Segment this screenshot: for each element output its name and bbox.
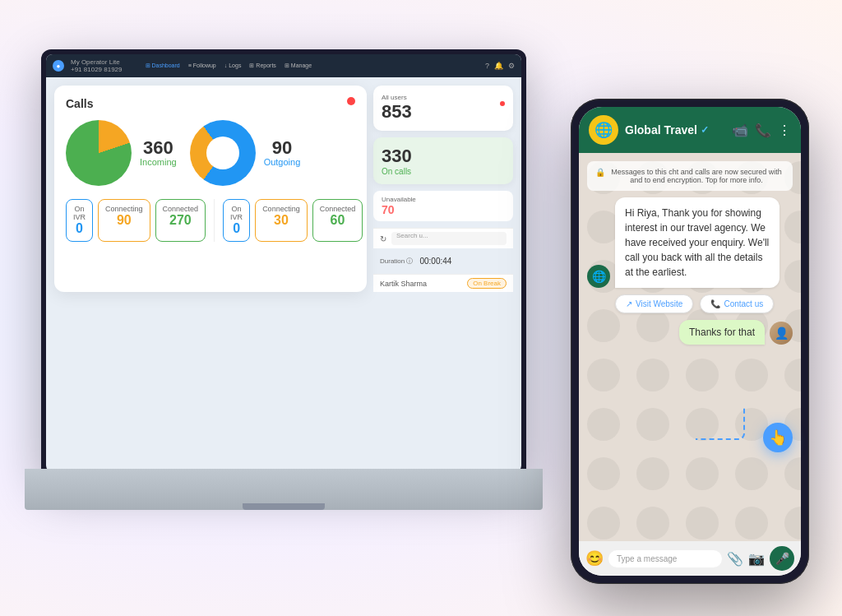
nav-link-logs[interactable]: ↓ Logs	[224, 63, 242, 69]
connector-line	[696, 407, 745, 440]
all-users-label: All users	[382, 94, 505, 101]
floating-cursor: 👆	[763, 423, 793, 452]
incoming-label-group: 360 Incoming	[140, 139, 177, 167]
unavailable-metric: Unavailable 70	[373, 191, 513, 221]
emoji-icon[interactable]: 😊	[585, 549, 604, 567]
security-text: Messages to this cht and calls are now s…	[608, 168, 784, 184]
visit-website-button[interactable]: ↗ Visit Website	[615, 294, 693, 313]
wa-chat-body: 🔒 Messages to this cht and calls are now…	[579, 153, 801, 541]
phone-icon: 📞	[710, 299, 720, 308]
incoming-pie-chart	[66, 120, 132, 186]
reply-avatar: 👤	[770, 322, 793, 345]
laptop-base	[25, 469, 543, 510]
outgoing-label-group: 90 Outgoing	[264, 139, 301, 167]
all-users-metric: All users 853	[373, 86, 513, 131]
right-panel: All users 853 330 On calls Unavailable 7…	[373, 86, 513, 292]
attach-icon[interactable]: 📎	[727, 551, 743, 567]
bot-message-row: 🌐 Hi Riya, Thank you for showing interes…	[587, 197, 793, 288]
nav-link-followup[interactable]: ≡ Followup	[188, 63, 216, 69]
reply-text: Thanks for that	[689, 327, 755, 338]
mic-icon: 🎤	[775, 552, 789, 565]
calls-card: Calls 360 Incoming	[54, 86, 367, 292]
outgoing-connected-box: Connected 60	[312, 199, 363, 242]
outgoing-chart-group: 90 Outgoing	[190, 120, 301, 186]
search-bar-row: ↻ Search u...	[373, 228, 513, 248]
on-calls-label: On calls	[382, 167, 505, 176]
charts-row: 360 Incoming 90 Outgoing	[66, 120, 355, 186]
security-notice: 🔒 Messages to this cht and calls are now…	[587, 161, 793, 191]
chat-action-buttons: ↗ Visit Website 📞 Contact us	[615, 294, 793, 313]
more-options-icon[interactable]: ⋮	[778, 123, 791, 138]
all-users-number: 853	[382, 101, 505, 123]
duration-label: Duration ⓘ	[380, 257, 413, 266]
duration-time: 00:00:44	[419, 257, 451, 266]
calls-card-title: Calls	[66, 97, 355, 110]
incoming-connecting-box: Connecting 90	[98, 199, 150, 242]
bot-message-bubble: Hi Riya, Thank you for showing interest …	[615, 197, 780, 288]
camera-icon[interactable]: 📷	[748, 551, 765, 567]
visit-website-label: Visit Website	[636, 299, 682, 308]
metric-red-indicator	[500, 101, 505, 106]
incoming-connecting-label: Connecting	[105, 205, 143, 213]
video-call-icon[interactable]: 📹	[732, 123, 748, 138]
message-placeholder: Type a message	[617, 554, 677, 563]
bell-icon[interactable]: 🔔	[494, 62, 503, 70]
help-icon[interactable]: ?	[485, 62, 489, 70]
outgoing-connected-value: 60	[320, 213, 356, 228]
bot-message-text: Hi Riya, Thank you for showing interest …	[625, 207, 769, 278]
wa-input-bar: 😊 Type a message 📎 📷 🎤	[579, 541, 801, 576]
outgoing-connecting-box: Connecting 30	[255, 199, 308, 242]
contact-avatar: 🌐	[589, 115, 618, 145]
unavailable-label: Unavailable	[382, 196, 505, 203]
incoming-connecting-value: 90	[105, 213, 143, 228]
incoming-on-ivr-label: On IVR	[73, 205, 86, 221]
agent-name: Kartik Sharma	[380, 280, 467, 288]
reply-message-row: Thanks for that 👤	[587, 320, 793, 345]
nav-brand: My Operator Lite	[71, 58, 123, 66]
outgoing-on-ivr-label: On IVR	[230, 205, 243, 221]
laptop-screen: ● My Operator Lite +91 81029 81929 ⊞ Das…	[46, 54, 521, 472]
search-input[interactable]: Search u...	[391, 232, 507, 245]
navbar: ● My Operator Lite +91 81029 81929 ⊞ Das…	[46, 54, 521, 77]
message-input[interactable]: Type a message	[608, 550, 722, 567]
outgoing-label: Outgoing	[264, 157, 301, 167]
phone-call-icon[interactable]: 📞	[755, 123, 771, 138]
outgoing-on-ivr-value: 0	[230, 221, 243, 236]
settings-icon[interactable]: ⚙	[508, 62, 515, 70]
nav-link-dashboard[interactable]: ⊞ Dashboard	[146, 63, 180, 69]
phone-container: 🌐 Global Travel ✓ 📹 📞 ⋮ 🔒	[571, 99, 809, 584]
contact-name: Global Travel ✓	[625, 123, 725, 137]
on-calls-metric: 330 On calls	[373, 137, 513, 184]
refresh-icon[interactable]: ↻	[380, 234, 386, 243]
incoming-on-ivr-box: On IVR 0	[66, 199, 93, 242]
outgoing-connecting-label: Connecting	[262, 205, 300, 213]
nav-icons: ? 🔔 ⚙	[485, 62, 515, 70]
reply-bubble: Thanks for that	[679, 320, 765, 345]
nav-links: ⊞ Dashboard ≡ Followup ↓ Logs ⊞ Reports …	[146, 63, 312, 69]
contact-us-button[interactable]: 📞 Contact us	[700, 294, 774, 313]
reply-avatar-img: 👤	[770, 322, 793, 345]
stats-divider	[214, 199, 215, 242]
outgoing-number: 90	[272, 139, 292, 157]
incoming-on-ivr-value: 0	[73, 221, 86, 236]
incoming-connected-value: 270	[163, 213, 199, 228]
mic-button[interactable]: 🎤	[770, 546, 794, 571]
incoming-number: 360	[143, 139, 173, 157]
outgoing-on-ivr-box: On IVR 0	[223, 199, 250, 242]
incoming-stats-row: On IVR 0 Connecting 90 Connected 270	[66, 199, 355, 242]
outgoing-connecting-value: 30	[262, 213, 300, 228]
phone-screen: 🌐 Global Travel ✓ 📹 📞 ⋮ 🔒	[579, 107, 801, 576]
incoming-label: Incoming	[140, 157, 177, 167]
wa-header: 🌐 Global Travel ✓ 📹 📞 ⋮	[579, 107, 801, 153]
bot-avatar: 🌐	[587, 265, 610, 288]
agent-status-badge: On Break	[467, 278, 507, 289]
on-calls-number: 330	[382, 146, 505, 167]
nav-link-reports[interactable]: ⊞ Reports	[249, 63, 275, 69]
duration-row: Duration ⓘ 00:00:44	[373, 255, 513, 267]
agent-row: Kartik Sharma On Break	[373, 274, 513, 292]
recording-indicator	[347, 97, 355, 105]
verified-icon: ✓	[701, 124, 709, 136]
dashboard-body: Calls 360 Incoming	[46, 77, 521, 300]
nav-logo: ●	[53, 60, 64, 72]
nav-link-manage[interactable]: ⊞ Manage	[285, 63, 312, 69]
